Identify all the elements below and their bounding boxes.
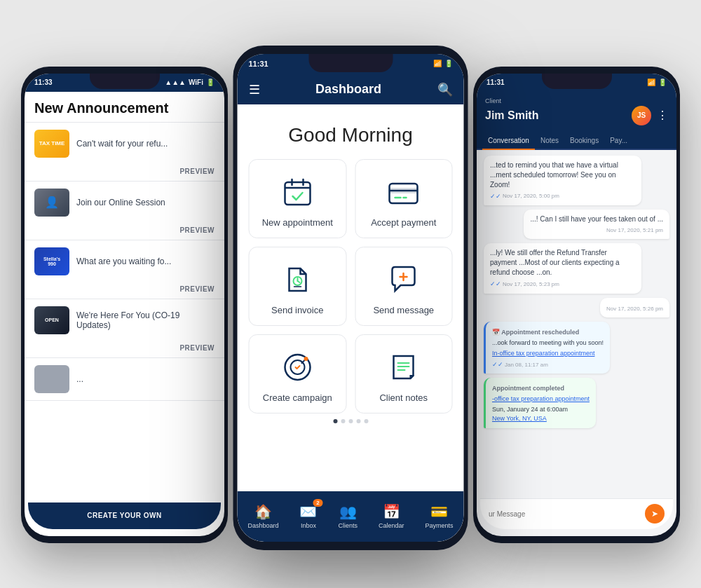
dashboard-header: ☰ Dashboard 🔍 <box>238 74 464 104</box>
svg-line-11 <box>297 281 299 282</box>
announcement-item-5[interactable]: ... <box>25 358 224 401</box>
tab-notes[interactable]: Notes <box>535 132 564 150</box>
send-message-card[interactable]: Send message <box>355 247 453 326</box>
msg-3-text: ...ly! We still offer the Refund Transfe… <box>490 249 620 276</box>
create-campaign-card[interactable]: Create campaign <box>249 334 347 413</box>
wifi-icon: WiFi <box>189 78 203 86</box>
client-notes-label: Client notes <box>379 392 428 403</box>
tab-payments[interactable]: Pay... <box>604 132 633 150</box>
calendar-nav-icon: 📅 <box>383 503 400 520</box>
announcement-text-2: Join our Online Session <box>76 198 215 207</box>
tab-bookings[interactable]: Bookings <box>564 132 604 150</box>
more-options-icon[interactable]: ⋮ <box>657 109 668 122</box>
msg-event-2: Appointment completed -office tax prepar… <box>484 378 596 428</box>
wifi-center-icon: 📶 <box>433 60 442 67</box>
create-campaign-label: Create campaign <box>263 392 332 403</box>
right-notch <box>542 74 612 89</box>
event-link-2[interactable]: -office tax preparation appointment <box>492 395 590 404</box>
announcement-item-2[interactable]: 👤 Join our Online Session PREVIEW <box>25 182 224 240</box>
send-invoice-label: Send invoice <box>271 305 323 315</box>
accept-payment-card[interactable]: Accept payment <box>355 159 453 238</box>
announcement-list: TAX TIME Can't wait for your refu... PRE… <box>25 123 224 401</box>
clients-icon: 👥 <box>339 503 357 520</box>
battery-center-icon: 🔋 <box>444 60 453 67</box>
battery-right-icon: 🔋 <box>658 78 667 86</box>
right-phone: 11:31 📶 🔋 Client Jim Smith JS ⋮ <box>473 67 680 543</box>
payment-icon <box>386 174 422 210</box>
event-link-1[interactable]: In-office tax preparation appointment <box>492 349 604 358</box>
scene: 11:33 ▲▲▲ WiFi 🔋 New Announcement TAX TI… <box>7 11 694 578</box>
accept-payment-label: Accept payment <box>371 217 436 228</box>
new-appointment-label: New appointment <box>262 217 333 228</box>
invoice-icon <box>279 261 315 298</box>
chat-input-area: ➤ <box>480 498 673 529</box>
svg-rect-0 <box>285 182 310 205</box>
right-status-icons: 📶 🔋 <box>647 78 667 86</box>
right-header-row: Jim Smith JS ⋮ <box>485 106 668 125</box>
refresh-right: ↻ <box>629 180 635 190</box>
client-label: Client <box>485 97 668 104</box>
center-notch <box>308 54 393 72</box>
announcement-text-3: What are you waiting fo... <box>76 257 215 266</box>
chat-messages: ...ted to remind you that we have a virt… <box>477 150 676 469</box>
signal-icon: ▲▲▲ <box>165 78 186 86</box>
tab-conversation[interactable]: Conversation <box>482 132 535 150</box>
preview-btn-4[interactable]: PREVIEW <box>25 341 224 357</box>
center-phone: 11:31 📶 🔋 ☰ Dashboard 🔍 Good Morning <box>233 46 468 550</box>
event-detail-2: Sun, January 24 at 6:00am <box>492 405 590 414</box>
nav-clients[interactable]: 👥 Clients <box>338 503 358 529</box>
msg-2: ...! Can I still have your fees taken ou… <box>524 210 669 239</box>
client-notes-card[interactable]: Client notes <box>355 334 453 413</box>
chat-input[interactable] <box>489 510 639 518</box>
nav-inbox[interactable]: ✉️ 2 Inbox <box>299 503 317 529</box>
announcement-item-3[interactable]: Stella's990 What are you waiting fo... P… <box>25 240 224 299</box>
thumb-stellas: Stella's990 <box>34 247 69 275</box>
center-time: 11:31 <box>249 60 268 68</box>
menu-icon[interactable]: ☰ <box>249 82 260 97</box>
right-phone-screen: 11:31 📶 🔋 Client Jim Smith JS ⋮ <box>477 74 676 536</box>
chat-plus-icon <box>386 261 422 298</box>
msg-event-1: 📅 Appointment rescheduled ...ook forward… <box>484 322 610 374</box>
msg-4-time: Nov 17, 2020, 5:26 pm <box>606 305 663 313</box>
thumb-open: OPEN <box>34 306 69 334</box>
dashboard-grid: New appointment Accept payment <box>238 159 464 413</box>
left-phone: 11:33 ▲▲▲ WiFi 🔋 New Announcement TAX TI… <box>21 67 228 543</box>
center-status-icons: 📶 🔋 <box>433 60 453 67</box>
left-notch <box>90 74 160 89</box>
event-label-1: 📅 Appointment rescheduled <box>492 328 604 337</box>
page-dots <box>238 413 464 426</box>
new-appointment-card[interactable]: New appointment <box>249 159 347 238</box>
payments-icon: 💳 <box>430 503 448 520</box>
search-icon[interactable]: 🔍 <box>437 82 453 97</box>
send-button[interactable]: ➤ <box>645 504 665 524</box>
left-status-icons: ▲▲▲ WiFi 🔋 <box>165 78 215 86</box>
preview-btn-3[interactable]: PREVIEW <box>25 282 224 299</box>
thumb-tax: TAX TIME <box>34 130 69 158</box>
nav-payments[interactable]: 💳 Payments <box>425 503 453 529</box>
send-invoice-card[interactable]: Send invoice <box>249 247 347 326</box>
nav-calendar[interactable]: 📅 Calendar <box>379 503 404 529</box>
nav-dashboard[interactable]: 🏠 Dashboard <box>247 503 278 529</box>
preview-btn-1[interactable]: PREVIEW <box>25 165 224 181</box>
left-header: New Announcement <box>25 92 224 123</box>
thumb-session: 👤 <box>34 189 69 217</box>
calendar-check-icon <box>279 174 315 210</box>
event-location-2[interactable]: New York, NY, USA <box>492 414 590 423</box>
thumb-5 <box>34 365 69 393</box>
announcement-item-1[interactable]: TAX TIME Can't wait for your refu... PRE… <box>25 123 224 182</box>
bottom-nav: 🏠 Dashboard ✉️ 2 Inbox 👥 Clients 📅 Ca <box>238 491 464 542</box>
inbox-icon: ✉️ 2 <box>299 503 317 520</box>
right-header: Client Jim Smith JS ⋮ <box>477 92 676 132</box>
event-label-2: Appointment completed <box>492 384 590 393</box>
announcement-item-4[interactable]: OPEN We're Here For You (CO-19 Updates) … <box>25 299 224 358</box>
dot-5 <box>364 419 368 423</box>
left-header-title: New Announcement <box>34 100 215 116</box>
preview-btn-2[interactable]: PREVIEW <box>25 224 224 240</box>
announcement-text-4: We're Here For You (CO-19 Updates) <box>76 310 215 330</box>
create-own-bar[interactable]: CREATE YOUR OWN <box>28 502 221 529</box>
dot-4 <box>356 419 360 423</box>
send-message-label: Send message <box>373 305 434 315</box>
client-avatar: JS <box>632 106 651 125</box>
dashboard-greeting: Good Morning <box>238 104 464 159</box>
msg-1-time: ✓✓ Nov 17, 2020, 5:00 pm <box>490 192 635 201</box>
